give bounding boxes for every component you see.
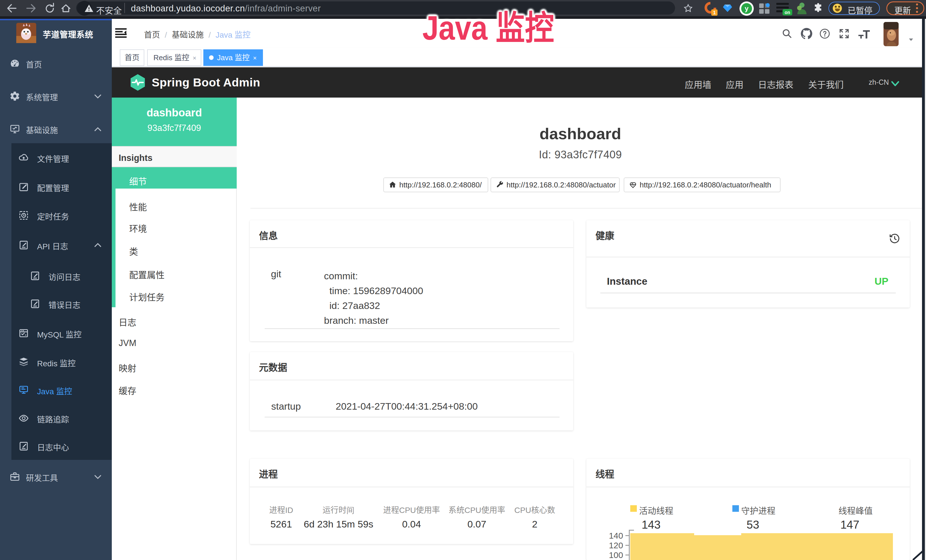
svg-text:1: 1: [713, 10, 716, 15]
svg-text:on: on: [785, 10, 790, 15]
svg-text:y: y: [744, 5, 749, 12]
